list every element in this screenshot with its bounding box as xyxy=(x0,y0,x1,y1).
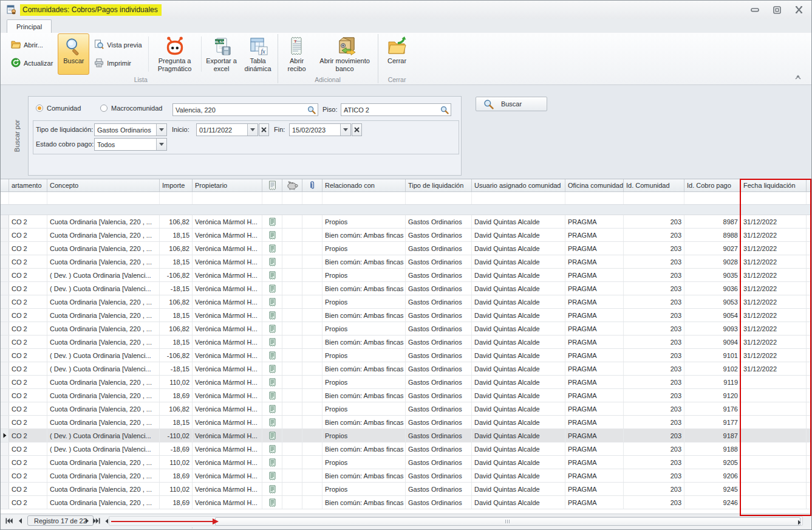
table-row[interactable]: CO 2Cuota Ordinaria [Valencia, 220 , ...… xyxy=(1,215,812,229)
cell-id_cobro_pago[interactable]: 9177 xyxy=(684,416,741,428)
cell-fecha[interactable] xyxy=(741,376,807,388)
cell-departamento[interactable]: CO 2 xyxy=(9,389,47,402)
cell-departamento[interactable]: CO 2 xyxy=(9,229,47,241)
cell-id_comunidad[interactable]: 203 xyxy=(624,389,684,402)
cell-usuario[interactable]: David Quintas Alcalde xyxy=(472,336,565,348)
cell-id_cobro_pago[interactable]: 9206 xyxy=(684,469,741,482)
table-row[interactable]: CO 2Cuota Ordinaria [Valencia, 220 , ...… xyxy=(1,456,812,469)
cell-clip[interactable] xyxy=(302,322,322,335)
cell-indicator[interactable] xyxy=(1,469,9,482)
cell-piggy[interactable] xyxy=(282,336,302,348)
cell-id_cobro_pago[interactable]: 9205 xyxy=(684,456,741,469)
cell-departamento[interactable]: CO 2 xyxy=(9,349,47,362)
cell-relacionado[interactable]: Propios xyxy=(322,242,406,255)
cell-indicator[interactable] xyxy=(1,255,9,268)
cell-indicator[interactable] xyxy=(1,322,9,335)
cell-fecha[interactable]: 31/12/2022 xyxy=(741,336,807,348)
tipo-liquidacion-combo[interactable]: Gastos Ordinarios xyxy=(94,123,167,136)
cell-usuario[interactable]: David Quintas Alcalde xyxy=(472,322,565,335)
piso-input[interactable]: ATICO 2 xyxy=(341,103,451,116)
cell-relacionado[interactable]: Propios xyxy=(322,429,406,442)
cell-piggy[interactable] xyxy=(282,242,302,255)
cell-id_cobro_pago[interactable]: 9102 xyxy=(684,362,741,375)
cell-propietario[interactable]: Verónica Mármol H... xyxy=(193,322,262,335)
cell-id_cobro_pago[interactable]: 9036 xyxy=(684,282,741,295)
cell-propietario[interactable]: Verónica Mármol H... xyxy=(193,402,262,415)
fin-date-editor[interactable]: 15/02/2023 xyxy=(289,123,351,136)
table-row[interactable]: CO 2Cuota Ordinaria [Valencia, 220 , ...… xyxy=(1,483,812,496)
cell-indicator[interactable] xyxy=(1,242,9,255)
cell-propietario[interactable]: Verónica Mármol H... xyxy=(193,456,262,469)
cell-id_cobro_pago[interactable]: 9027 xyxy=(684,242,741,255)
nav-prev-button[interactable] xyxy=(15,516,25,526)
cell-id_comunidad[interactable]: 203 xyxy=(624,295,684,308)
cell-relacionado[interactable]: Propios xyxy=(322,402,406,415)
cell-piggy[interactable] xyxy=(282,496,302,509)
cell-id_comunidad[interactable]: 203 xyxy=(624,496,684,509)
cell-concepto[interactable]: Cuota Ordinaria [Valencia, 220 , ... xyxy=(47,416,160,428)
table-row[interactable]: CO 2Cuota Ordinaria [Valencia, 220 , ...… xyxy=(1,402,812,416)
cell-concepto[interactable]: ( Dev. ) Cuota Ordinaria [Valenci... xyxy=(47,349,160,362)
cell-oficina[interactable]: PRAGMA xyxy=(565,496,624,509)
column-header-propietario[interactable]: Propietario xyxy=(193,179,262,191)
cell-clip[interactable] xyxy=(302,402,322,415)
cell-oficina[interactable]: PRAGMA xyxy=(565,349,624,362)
table-row[interactable]: CO 2( Dev. ) Cuota Ordinaria [Valenci...… xyxy=(1,442,812,456)
cell-tipo[interactable]: Gastos Ordinarios xyxy=(406,269,472,281)
cell-oficina[interactable]: PRAGMA xyxy=(565,255,624,268)
cell-usuario[interactable]: David Quintas Alcalde xyxy=(472,442,565,455)
cell-id_cobro_pago[interactable]: 9176 xyxy=(684,402,741,415)
cell-clip[interactable] xyxy=(302,469,322,482)
column-header-tipo[interactable]: Tipo de liquidación xyxy=(406,179,472,191)
chevron-down-icon[interactable] xyxy=(247,124,258,136)
cell-concepto[interactable]: Cuota Ordinaria [Valencia, 220 , ... xyxy=(47,376,160,388)
cell-piggy[interactable] xyxy=(282,255,302,268)
cell-propietario[interactable]: Verónica Mármol H... xyxy=(193,416,262,428)
cell-id_cobro_pago[interactable]: 9053 xyxy=(684,295,741,308)
cell-oficina[interactable]: PRAGMA xyxy=(565,282,624,295)
cell-fecha[interactable]: 31/12/2022 xyxy=(741,362,807,375)
cell-clip[interactable] xyxy=(302,483,322,495)
cell-importe[interactable]: -106,82 xyxy=(160,349,193,362)
table-row[interactable]: CO 2Cuota Ordinaria [Valencia, 220 , ...… xyxy=(1,376,812,389)
cell-id_comunidad[interactable]: 203 xyxy=(624,483,684,495)
cell-fecha[interactable]: 31/12/2022 xyxy=(741,295,807,308)
fin-clear-button[interactable] xyxy=(352,123,362,136)
cell-clip[interactable] xyxy=(302,215,322,228)
cell-id_comunidad[interactable]: 203 xyxy=(624,269,684,281)
cell-departamento[interactable]: CO 2 xyxy=(9,322,47,335)
cell-id_comunidad[interactable]: 203 xyxy=(624,442,684,455)
buscar-button[interactable]: Buscar xyxy=(476,97,547,111)
cell-clip[interactable] xyxy=(302,269,322,281)
cell-oficina[interactable]: PRAGMA xyxy=(565,362,624,375)
cell-tipo[interactable]: Gastos Ordinarios xyxy=(406,215,472,228)
column-header-usuario[interactable]: Usuario asignado comunidad xyxy=(472,179,565,191)
table-row[interactable]: CO 2( Dev. ) Cuota Ordinaria [Valenci...… xyxy=(1,429,812,442)
cell-indicator[interactable] xyxy=(1,215,9,228)
cell-piggy[interactable] xyxy=(282,389,302,402)
cell-concepto[interactable]: ( Dev. ) Cuota Ordinaria [Valenci... xyxy=(47,429,160,442)
cell-id_comunidad[interactable]: 203 xyxy=(624,309,684,322)
scrollbar-thumb[interactable] xyxy=(215,517,800,526)
column-header-receipt[interactable] xyxy=(262,179,282,191)
cell-relacionado[interactable]: Propios xyxy=(322,215,406,228)
cell-id_comunidad[interactable]: 203 xyxy=(624,282,684,295)
cell-oficina[interactable]: PRAGMA xyxy=(565,429,624,442)
cell-importe[interactable]: 18,69 xyxy=(160,496,193,509)
cell-tipo[interactable]: Gastos Ordinarios xyxy=(406,282,472,295)
cell-indicator[interactable] xyxy=(1,349,9,362)
estado-cobro-pago-combo[interactable]: Todos xyxy=(94,138,167,151)
cell-importe[interactable]: -110,02 xyxy=(160,429,193,442)
cell-propietario[interactable]: Verónica Mármol H... xyxy=(193,336,262,348)
cell-concepto[interactable]: ( Dev. ) Cuota Ordinaria [Valenci... xyxy=(47,362,160,375)
grid-filter-row[interactable] xyxy=(1,192,812,205)
inicio-date-editor[interactable]: 01/11/2022 xyxy=(196,123,258,136)
nav-last-button[interactable] xyxy=(92,516,101,526)
cell-departamento[interactable]: CO 2 xyxy=(9,242,47,255)
cell-departamento[interactable]: CO 2 xyxy=(9,295,47,308)
magnifier-icon[interactable] xyxy=(440,106,449,115)
cell-usuario[interactable]: David Quintas Alcalde xyxy=(472,309,565,322)
cell-id_comunidad[interactable]: 203 xyxy=(624,336,684,348)
cell-piggy[interactable] xyxy=(282,229,302,241)
cell-fecha[interactable] xyxy=(741,429,807,442)
